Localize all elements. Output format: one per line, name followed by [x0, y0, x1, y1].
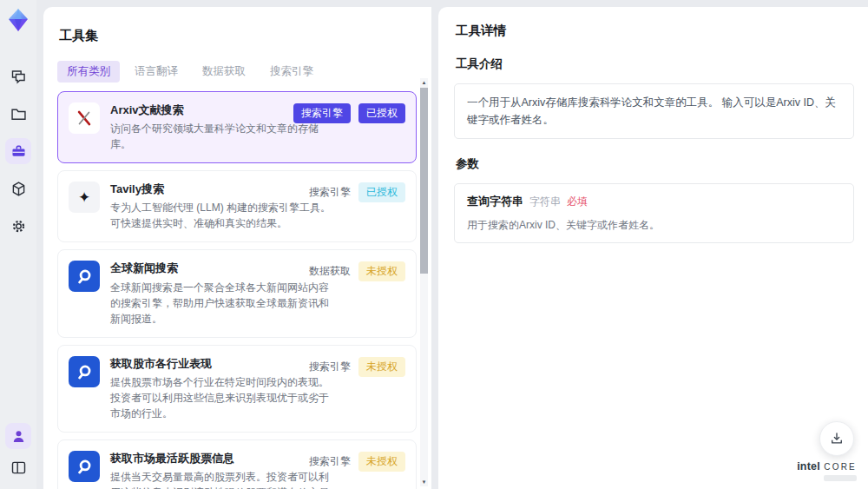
- chat-icon: [10, 68, 28, 86]
- tool-category-tag: 搜索引擎: [309, 185, 351, 200]
- param-header: 查询字符串 字符串 必填: [467, 194, 841, 209]
- tool-card-active-stocks[interactable]: 获取市场最活跃股票信息 提供当天交易量最高的股票列表。投资者可以利用这些信息来识…: [57, 439, 417, 489]
- sidebar-bottom: [5, 423, 31, 480]
- tab-all-categories[interactable]: 所有类别: [57, 61, 120, 83]
- sidebar-item-tools[interactable]: [5, 138, 31, 164]
- tool-card-tavily[interactable]: ✦ Tavily搜索 专为人工智能代理 (LLM) 构建的搜索引擎工具。可快速提…: [57, 170, 417, 242]
- tool-auth-badge: 已授权: [358, 103, 405, 123]
- tool-description: 提供股票市场各个行业在特定时间段内的表现。投资者可以利用这些信息来识别表现优于或…: [110, 374, 338, 421]
- app-window: 工具集 所有类别 语言翻译 数据获取 搜索引擎 Arxiv文献搜索 访问各个研究…: [0, 0, 868, 489]
- category-tabs: 所有类别 语言翻译 数据获取 搜索引擎: [57, 61, 418, 83]
- param-box: 查询字符串 字符串 必填 用于搜索的Arxiv ID、关键字或作者姓名。: [454, 183, 854, 243]
- tool-intro-box: 一个用于从Arxiv存储库搜索科学论文和文章的工具。 输入可以是Arxiv ID…: [454, 83, 854, 139]
- detail-title: 工具详情: [456, 23, 854, 39]
- sidebar-item-profile[interactable]: [5, 423, 31, 449]
- tab-language-translation[interactable]: 语言翻译: [125, 61, 187, 83]
- params-heading: 参数: [456, 156, 854, 172]
- scroll-up-arrow[interactable]: ▲: [420, 78, 428, 87]
- tool-category-tag: 数据获取: [309, 264, 351, 279]
- sidebar-item-collapse[interactable]: [5, 454, 31, 480]
- tool-card-arxiv[interactable]: Arxiv文献搜索 访问各个研究领域大量科学论文和文章的存储库。 搜索引擎 已授…: [57, 91, 417, 163]
- tab-data-fetch[interactable]: 数据获取: [193, 61, 255, 83]
- tool-description: 提供当天交易量最高的股票列表。投资者可以利用这些信息来识别流动性强的股票和潜在的…: [110, 469, 338, 489]
- tool-tags: 搜索引擎 未授权: [309, 452, 405, 472]
- app-logo[interactable]: [4, 6, 32, 34]
- tab-search-engine[interactable]: 搜索引擎: [260, 61, 323, 83]
- sidebar-nav: [5, 63, 31, 239]
- sidebar: [0, 0, 36, 489]
- param-name: 查询字符串: [467, 194, 523, 209]
- sidebar-item-chat[interactable]: [5, 63, 31, 89]
- tool-name: Tavily搜索: [110, 182, 338, 197]
- tool-card-global-news[interactable]: 全球新闻搜索 全球新闻搜索是一个聚合全球各大新闻网站内容的搜索引擎，帮助用户快速…: [57, 249, 417, 337]
- sidebar-item-settings[interactable]: [5, 213, 31, 239]
- tool-auth-badge: 已授权: [358, 182, 405, 202]
- scrollbar-thumb[interactable]: [420, 88, 428, 274]
- sidebar-toggle-icon: [10, 459, 28, 477]
- tool-description: 访问各个研究领域大量科学论文和文章的存储库。: [110, 121, 338, 152]
- brand-intel: intel: [797, 460, 820, 472]
- arxiv-logo-icon: [69, 102, 100, 134]
- intel-core-logo: intel core: [797, 458, 857, 481]
- tool-category-tag: 搜索引擎: [309, 454, 351, 469]
- download-icon: [829, 431, 845, 446]
- tool-name: 全球新闻搜索: [110, 261, 338, 276]
- stock-sector-icon: [69, 356, 100, 387]
- param-required-badge: 必填: [567, 195, 588, 209]
- tool-detail-panel: 工具详情 工具介绍 一个用于从Arxiv存储库搜索科学论文和文章的工具。 输入可…: [438, 7, 868, 489]
- tool-auth-badge: 未授权: [358, 261, 405, 281]
- intro-heading: 工具介绍: [456, 56, 854, 72]
- tool-tags: 搜索引擎 未授权: [309, 357, 405, 377]
- tool-card-stock-sectors[interactable]: 获取股市各行业表现 提供股票市场各个行业在特定时间段内的表现。投资者可以利用这些…: [57, 345, 417, 433]
- tool-description: 全球新闻搜索是一个聚合全球各大新闻网站内容的搜索引擎，帮助用户快速获取全球最新资…: [110, 280, 338, 327]
- scroll-down-arrow[interactable]: ▼: [420, 478, 428, 486]
- tool-description: 专为人工智能代理 (LLM) 构建的搜索引擎工具。可快速提供实时、准确和真实的结…: [110, 200, 338, 231]
- news-search-icon: [69, 261, 100, 292]
- tool-auth-badge: 未授权: [358, 452, 405, 472]
- tool-body: 获取股市各行业表现 提供股票市场各个行业在特定时间段内的表现。投资者可以利用这些…: [110, 356, 338, 421]
- toolbox-icon: [10, 142, 28, 161]
- tool-name: 获取股市各行业表现: [110, 356, 338, 372]
- tool-body: 全球新闻搜索 全球新闻搜索是一个聚合全球各大新闻网站内容的搜索引擎，帮助用户快速…: [110, 261, 338, 326]
- tool-body: 获取市场最活跃股票信息 提供当天交易量最高的股票列表。投资者可以利用这些信息来识…: [110, 451, 338, 489]
- page-title: 工具集: [59, 28, 418, 44]
- tool-name: 获取市场最活跃股票信息: [110, 451, 338, 466]
- cube-icon: [10, 180, 28, 198]
- tool-category-tag: 搜索引擎: [309, 360, 351, 374]
- download-button[interactable]: [819, 421, 854, 456]
- tool-category-tag: 搜索引擎: [293, 103, 351, 123]
- param-type: 字符串: [529, 195, 561, 209]
- tool-body: Tavily搜索 专为人工智能代理 (LLM) 构建的搜索引擎工具。可快速提供实…: [110, 182, 338, 231]
- tool-tags: 数据获取 未授权: [309, 261, 405, 281]
- folder-icon: [10, 105, 28, 123]
- tool-auth-badge: 未授权: [358, 357, 405, 377]
- stock-active-icon: [69, 451, 100, 482]
- brand-subtext-blur: [824, 475, 857, 481]
- param-description: 用于搜索的Arxiv ID、关键字或作者姓名。: [467, 217, 841, 233]
- sidebar-item-models[interactable]: [5, 175, 31, 202]
- user-icon: [10, 427, 28, 446]
- tavily-star-icon: ✦: [69, 182, 100, 213]
- tool-list: Arxiv文献搜索 访问各个研究领域大量科学论文和文章的存储库。 搜索引擎 已授…: [57, 91, 418, 489]
- tool-tags: 搜索引擎 已授权: [293, 103, 405, 123]
- gear-icon: [10, 217, 28, 235]
- sidebar-item-files[interactable]: [5, 101, 31, 127]
- tools-panel: 工具集 所有类别 语言翻译 数据获取 搜索引擎 Arxiv文献搜索 访问各个研究…: [43, 7, 431, 489]
- brand-core: core: [824, 462, 857, 472]
- list-scrollbar[interactable]: ▲ ▼: [420, 78, 428, 486]
- tool-tags: 搜索引擎 已授权: [309, 182, 405, 202]
